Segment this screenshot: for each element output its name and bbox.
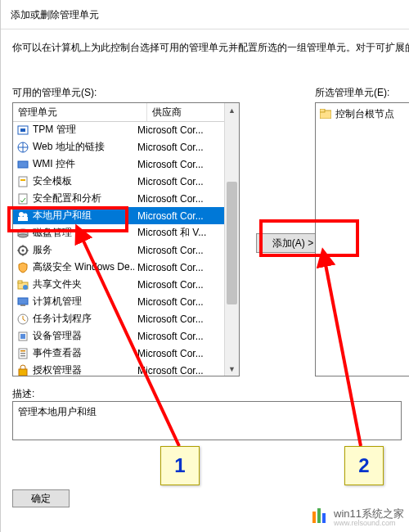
list-item[interactable]: WMI 控件Microsoft Cor... — [13, 156, 225, 173]
console-root-node[interactable]: 控制台根节点 — [319, 106, 409, 121]
scrollbar-vertical[interactable]: ▲ ▼ — [224, 103, 239, 376]
list-item[interactable]: 任务计划程序Microsoft Cor... — [13, 310, 225, 327]
description-label: 描述: — [12, 387, 34, 401]
snapin-name: 安全模板 — [33, 174, 72, 188]
scroll-up-button[interactable]: ▲ — [225, 103, 239, 117]
list-item[interactable]: 服务Microsoft Cor... — [13, 241, 225, 259]
tasks-icon — [16, 313, 29, 326]
snapin-name: Web 地址的链接 — [33, 140, 105, 154]
sectmpl-icon — [16, 175, 29, 188]
svg-rect-29 — [320, 109, 325, 112]
devmgr-icon — [16, 330, 29, 343]
snapin-vendor: Microsoft Cor... — [134, 210, 224, 222]
snapin-name: 共享文件夹 — [33, 277, 82, 291]
snapin-vendor: Microsoft Cor... — [134, 262, 224, 273]
scroll-thumb[interactable] — [227, 182, 237, 304]
tpm-icon — [16, 124, 29, 137]
snapin-vendor: Microsoft Cor... — [134, 296, 224, 308]
snapin-vendor: Microsoft Cor... — [134, 348, 224, 359]
snapin-name: 设备管理器 — [33, 329, 82, 343]
ok-button[interactable]: 确定 — [12, 489, 70, 507]
add-remove-snapin-dialog: 添加或删除管理单元 你可以在计算机上为此控制台选择可用的管理单元并配置所选的一组… — [0, 0, 409, 532]
snapin-vendor: Microsoft Cor... — [134, 124, 224, 136]
snapin-vendor: Microsoft Cor... — [134, 142, 224, 153]
svg-rect-34 — [322, 513, 326, 523]
snapin-vendor: Microsoft Cor... — [134, 313, 224, 325]
list-item[interactable]: 计算机管理Microsoft Cor... — [13, 293, 225, 310]
snapin-vendor: Microsoft Cor... — [134, 159, 224, 170]
list-item[interactable]: 安全配置和分析Microsoft Cor... — [13, 190, 225, 207]
disk-icon — [16, 227, 29, 240]
watermark: win11系统之家 www.relsound.com — [312, 508, 404, 527]
snapin-name: 任务计划程序 — [33, 312, 92, 326]
annotation-step-1: 1 — [160, 446, 200, 485]
available-snapins-list[interactable]: 管理单元 供应商 TPM 管理Microsoft Cor...Web 地址的链接… — [12, 102, 240, 376]
svg-rect-9 — [18, 217, 28, 221]
description-box: 管理本地用户和组 — [12, 401, 402, 440]
snapin-name: 授权管理器 — [33, 363, 82, 376]
snapin-name: 磁盘管理 — [33, 226, 72, 240]
weblink-icon — [16, 141, 29, 154]
authmgr-icon — [16, 364, 29, 376]
svg-point-8 — [24, 213, 28, 217]
snapin-vendor: Microsoft Cor... — [134, 365, 224, 376]
services-icon — [16, 244, 29, 257]
users-icon — [16, 210, 29, 223]
selected-snapins-label: 所选管理单元(E): — [315, 86, 389, 100]
svg-point-14 — [22, 249, 25, 251]
svg-rect-1 — [20, 128, 25, 132]
svg-rect-26 — [20, 355, 25, 357]
watermark-text: win11系统之家 — [334, 508, 404, 520]
list-item[interactable]: 安全模板Microsoft Cor... — [13, 173, 225, 190]
eventvwr-icon — [16, 347, 29, 360]
list-header: 管理单元 供应商 — [13, 103, 239, 122]
svg-rect-16 — [18, 281, 22, 283]
svg-rect-24 — [20, 350, 25, 352]
list-item[interactable]: 磁盘管理Microsoft 和 V... — [13, 224, 225, 241]
svg-rect-22 — [20, 334, 25, 339]
svg-rect-5 — [20, 179, 25, 181]
svg-point-7 — [19, 212, 24, 217]
svg-rect-6 — [19, 194, 27, 204]
svg-rect-19 — [20, 304, 25, 306]
list-item[interactable]: Web 地址的链接Microsoft Cor... — [13, 138, 225, 156]
svg-rect-27 — [19, 369, 27, 376]
folder-icon — [319, 107, 332, 120]
svg-point-12 — [18, 234, 28, 237]
snapin-name: TPM 管理 — [33, 123, 76, 137]
snapin-vendor: Microsoft Cor... — [134, 331, 224, 342]
snapin-vendor: Microsoft Cor... — [134, 245, 224, 256]
description-text: 管理本地用户和组 — [18, 406, 97, 417]
list-item[interactable]: 设备管理器Microsoft Cor... — [13, 327, 225, 345]
selected-snapins-tree[interactable]: 控制台根节点 — [315, 102, 409, 376]
scroll-down-button[interactable]: ▼ — [225, 362, 239, 376]
watermark-url: www.relsound.com — [334, 520, 404, 527]
snapin-vendor: Microsoft Cor... — [134, 279, 224, 291]
snapin-vendor: Microsoft Cor... — [134, 193, 224, 205]
list-item[interactable]: TPM 管理Microsoft Cor... — [13, 121, 225, 138]
defender-icon — [16, 261, 29, 274]
root-node-label: 控制台根节点 — [335, 107, 394, 121]
snapin-name: WMI 控件 — [33, 157, 75, 171]
snapin-name: 本地用户和组 — [33, 209, 92, 223]
snapin-name: 事件查看器 — [33, 346, 82, 360]
list-item[interactable]: 共享文件夹Microsoft Cor... — [13, 276, 225, 293]
dialog-title: 添加或删除管理单元 — [1, 0, 409, 29]
snapin-name: 计算机管理 — [33, 295, 82, 309]
svg-rect-33 — [317, 508, 321, 523]
snapin-vendor: Microsoft 和 V... — [134, 226, 224, 240]
list-item[interactable]: 本地用户和组Microsoft Cor... — [13, 207, 225, 224]
list-item[interactable]: 授权管理器Microsoft Cor... — [13, 362, 225, 376]
available-snapins-label: 可用的管理单元(S): — [12, 86, 97, 100]
header-snapin[interactable]: 管理单元 — [13, 103, 147, 121]
svg-rect-4 — [19, 177, 27, 187]
snapin-name: 安全配置和分析 — [33, 192, 101, 205]
svg-point-17 — [23, 285, 28, 290]
share-icon — [16, 278, 29, 291]
annotation-step-2: 2 — [344, 446, 384, 485]
watermark-logo-icon — [312, 508, 330, 526]
list-item[interactable]: 事件查看器Microsoft Cor... — [13, 345, 225, 362]
svg-rect-25 — [20, 353, 25, 354]
list-item[interactable]: 高级安全 Windows De...Microsoft Cor... — [13, 259, 225, 276]
snapin-vendor: Microsoft Cor... — [134, 176, 224, 187]
